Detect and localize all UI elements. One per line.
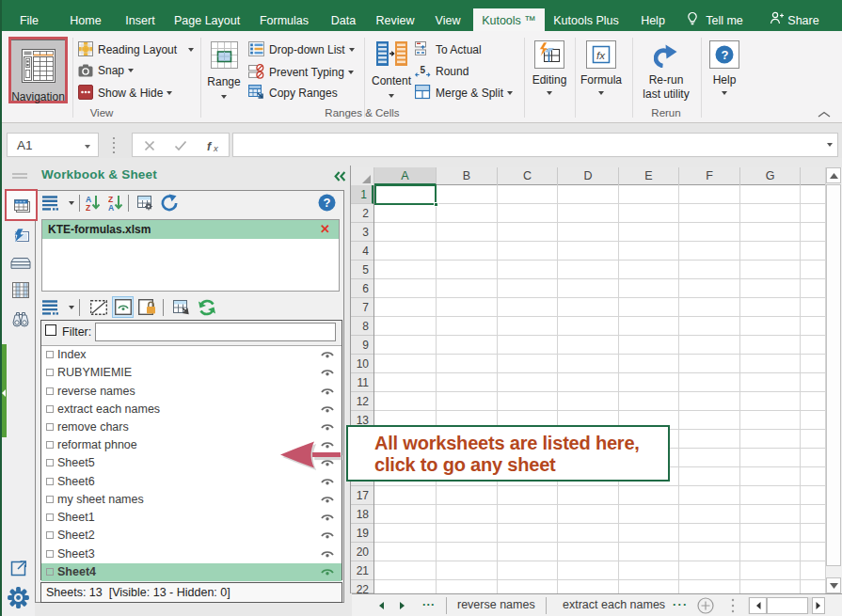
svg-text:Z: Z: [86, 203, 90, 212]
svg-text:f: f: [207, 140, 213, 153]
svg-text:?: ?: [324, 196, 331, 210]
svg-text:A: A: [108, 203, 114, 212]
svg-text:5: 5: [421, 65, 426, 75]
svg-text:fx: fx: [596, 50, 606, 61]
svg-text:?: ?: [722, 48, 729, 62]
svg-text:x: x: [213, 143, 219, 153]
